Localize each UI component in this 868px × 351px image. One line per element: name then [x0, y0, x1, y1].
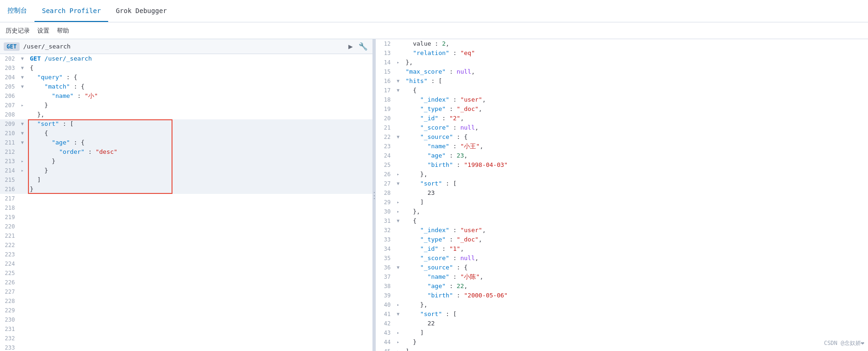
fold-gutter[interactable] — [19, 110, 26, 119]
fold-gutter[interactable] — [19, 185, 26, 194]
nav-help[interactable]: 帮助 — [57, 27, 69, 35]
result-line-number: 45 — [376, 347, 394, 351]
result-fold-gutter[interactable]: ▼ — [394, 132, 402, 142]
result-line-number: 40 — [376, 300, 394, 310]
fold-gutter[interactable] — [19, 175, 26, 185]
result-fold-gutter[interactable]: ▸ — [394, 207, 402, 216]
fold-gutter[interactable]: ▼ — [19, 54, 26, 63]
run-button[interactable]: ▶ — [347, 41, 354, 52]
result-fold-gutter[interactable] — [394, 272, 402, 282]
result-fold-gutter[interactable] — [394, 104, 402, 114]
nav-history[interactable]: 历史记录 — [6, 27, 30, 35]
fold-gutter[interactable] — [19, 296, 26, 306]
line-content: "sort" : [ — [26, 119, 372, 129]
fold-gutter[interactable] — [19, 222, 26, 231]
fold-gutter[interactable] — [19, 315, 26, 324]
result-line-30: 30▸ }, — [376, 207, 868, 216]
result-fold-gutter[interactable] — [394, 95, 402, 104]
result-fold-gutter[interactable]: ▸ — [394, 198, 402, 207]
result-fold-gutter[interactable] — [394, 244, 402, 254]
fold-gutter[interactable]: ▸ — [19, 101, 26, 110]
result-fold-gutter[interactable] — [394, 48, 402, 58]
result-fold-gutter[interactable]: ▼ — [394, 179, 402, 188]
result-fold-gutter[interactable] — [394, 254, 402, 263]
editor-line-203: 203▼{ — [0, 63, 372, 73]
result-pane: 12 value : 2,13 "relation" : "eq"14▸},15… — [376, 39, 868, 351]
result-line-content: "name" : "小王", — [402, 142, 868, 151]
fold-gutter[interactable]: ▼ — [19, 63, 26, 73]
nav-settings[interactable]: 设置 — [37, 27, 49, 35]
fold-gutter[interactable] — [19, 287, 26, 296]
fold-gutter[interactable] — [19, 306, 26, 315]
result-fold-gutter[interactable]: ▸ — [394, 170, 402, 179]
fold-gutter[interactable]: ▼ — [19, 82, 26, 91]
secondary-nav: 历史记录 设置 帮助 — [0, 22, 868, 39]
line-number: 205 — [0, 82, 19, 91]
fold-gutter[interactable] — [19, 194, 26, 203]
editor-line-207: 207▸ } — [0, 101, 372, 110]
result-fold-gutter[interactable]: ▼ — [394, 216, 402, 226]
fold-gutter[interactable] — [19, 343, 26, 351]
fold-gutter[interactable]: ▸ — [19, 166, 26, 175]
result-fold-gutter[interactable] — [394, 114, 402, 123]
result-fold-gutter[interactable] — [394, 235, 402, 244]
fold-gutter[interactable]: ▼ — [19, 73, 26, 82]
top-nav: 控制台 Search Profiler Grok Debugger — [0, 0, 868, 22]
fold-gutter[interactable] — [19, 147, 26, 157]
result-content[interactable]: 12 value : 2,13 "relation" : "eq"14▸},15… — [376, 39, 868, 351]
result-line-number: 36 — [376, 263, 394, 272]
result-fold-gutter[interactable]: ▼ — [394, 86, 402, 95]
fold-gutter[interactable] — [19, 324, 26, 334]
line-content: } — [26, 166, 372, 175]
fold-gutter[interactable] — [19, 259, 26, 268]
fold-gutter[interactable] — [19, 268, 26, 278]
pane-divider[interactable] — [373, 39, 376, 351]
settings-icon[interactable]: 🔧 — [358, 41, 369, 52]
result-fold-gutter[interactable] — [394, 160, 402, 170]
fold-gutter[interactable] — [19, 231, 26, 241]
fold-gutter[interactable] — [19, 203, 26, 213]
editor-line-208: 208 }, — [0, 110, 372, 119]
result-fold-gutter[interactable] — [394, 142, 402, 151]
fold-gutter[interactable]: ▼ — [19, 138, 26, 147]
tab-grok-debugger[interactable]: Grok Debugger — [108, 0, 174, 22]
result-fold-gutter[interactable]: ▼ — [394, 263, 402, 272]
result-fold-gutter[interactable] — [394, 226, 402, 235]
fold-gutter[interactable] — [19, 334, 26, 343]
result-fold-gutter[interactable] — [394, 67, 402, 76]
result-fold-gutter[interactable]: ▸ — [394, 328, 402, 337]
line-number: 220 — [0, 222, 19, 231]
editor-line-206: 206 "name" : "小" — [0, 91, 372, 101]
result-fold-gutter[interactable] — [394, 39, 402, 48]
line-number: 226 — [0, 278, 19, 287]
fold-gutter[interactable] — [19, 241, 26, 250]
fold-gutter[interactable] — [19, 91, 26, 101]
code-editor[interactable]: 202▼GET /user/_search203▼{204▼ "query" :… — [0, 54, 372, 351]
result-line-content: "birth" : "2000-05-06" — [402, 291, 868, 300]
result-fold-gutter[interactable]: ▸ — [394, 58, 402, 67]
tab-search-profiler[interactable]: Search Profiler — [34, 0, 108, 22]
result-fold-gutter[interactable]: ▸ — [394, 300, 402, 310]
result-fold-gutter[interactable] — [394, 282, 402, 291]
fold-gutter[interactable] — [19, 278, 26, 287]
tab-console[interactable]: 控制台 — [0, 0, 34, 22]
fold-gutter[interactable]: ▼ — [19, 119, 26, 129]
url-input[interactable] — [23, 43, 344, 50]
result-line-content: "_type" : "_doc", — [402, 104, 868, 114]
result-fold-gutter[interactable] — [394, 319, 402, 328]
result-fold-gutter[interactable]: ▸ — [394, 347, 402, 351]
result-fold-gutter[interactable] — [394, 188, 402, 198]
result-line-34: 34 "_id" : "1", — [376, 244, 868, 254]
fold-gutter[interactable]: ▸ — [19, 157, 26, 166]
result-fold-gutter[interactable] — [394, 291, 402, 300]
result-fold-gutter[interactable]: ▸ — [394, 337, 402, 347]
result-fold-gutter[interactable] — [394, 151, 402, 160]
result-line-43: 43▸ ] — [376, 328, 868, 337]
fold-gutter[interactable] — [19, 213, 26, 222]
fold-gutter[interactable]: ▼ — [19, 129, 26, 138]
result-fold-gutter[interactable]: ▼ — [394, 310, 402, 319]
fold-gutter[interactable] — [19, 250, 26, 259]
result-line-number: 39 — [376, 291, 394, 300]
result-fold-gutter[interactable] — [394, 123, 402, 132]
result-fold-gutter[interactable]: ▼ — [394, 76, 402, 86]
